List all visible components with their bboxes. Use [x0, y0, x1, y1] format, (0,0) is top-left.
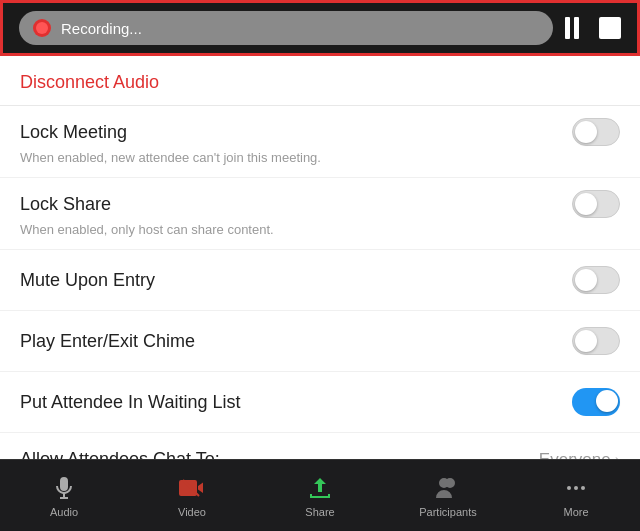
participants-icon [434, 474, 462, 502]
tab-participants[interactable]: Participants [384, 474, 512, 518]
chevron-right-icon: › [615, 451, 620, 460]
tab-video[interactable]: Video [128, 474, 256, 518]
play-chime-toggle[interactable] [572, 327, 620, 355]
stop-button[interactable] [599, 17, 621, 39]
lock-share-label: Lock Share [20, 194, 111, 215]
recording-controls [565, 17, 621, 39]
recording-label: Recording... [61, 20, 142, 37]
tab-participants-label: Participants [419, 506, 476, 518]
waiting-list-toggle[interactable] [572, 388, 620, 416]
tab-video-label: Video [178, 506, 206, 518]
more-icon [562, 474, 590, 502]
tab-bar: Audio Video Share Participants [0, 459, 640, 531]
tab-more-label: More [563, 506, 588, 518]
recording-bar: Recording... [0, 0, 640, 56]
tab-more[interactable]: More [512, 474, 640, 518]
svg-point-3 [581, 486, 585, 490]
lock-meeting-desc: When enabled, new attendee can't join th… [20, 150, 620, 165]
play-chime-label: Play Enter/Exit Chime [20, 331, 195, 352]
disconnect-audio-section[interactable]: Disconnect Audio [0, 56, 640, 106]
waiting-list-label: Put Attendee In Waiting List [20, 392, 240, 413]
tab-share[interactable]: Share [256, 474, 384, 518]
mute-upon-entry-toggle[interactable] [572, 266, 620, 294]
tab-share-label: Share [305, 506, 334, 518]
chat-to-item[interactable]: Allow Attendees Chat To: Everyone › [0, 433, 640, 459]
play-chime-item: Play Enter/Exit Chime [0, 311, 640, 372]
lock-meeting-item: Lock Meeting When enabled, new attendee … [0, 106, 640, 178]
lock-share-desc: When enabled, only host can share conten… [20, 222, 620, 237]
recording-dot-icon [33, 19, 51, 37]
video-icon [178, 474, 206, 502]
chat-to-value-text: Everyone [539, 450, 611, 460]
svg-point-1 [567, 486, 571, 490]
disconnect-audio-label[interactable]: Disconnect Audio [20, 72, 159, 92]
lock-meeting-label: Lock Meeting [20, 122, 127, 143]
pause-button[interactable] [565, 17, 579, 39]
mute-upon-entry-label: Mute Upon Entry [20, 270, 155, 291]
chat-to-value[interactable]: Everyone › [539, 450, 620, 460]
waiting-list-item: Put Attendee In Waiting List [0, 372, 640, 433]
lock-share-item: Lock Share When enabled, only host can s… [0, 178, 640, 250]
tab-audio-label: Audio [50, 506, 78, 518]
lock-share-toggle[interactable] [572, 190, 620, 218]
audio-icon [50, 474, 78, 502]
tab-audio[interactable]: Audio [0, 474, 128, 518]
lock-meeting-toggle[interactable] [572, 118, 620, 146]
main-panel: Disconnect Audio Lock Meeting When enabl… [0, 56, 640, 459]
recording-pill: Recording... [19, 11, 553, 45]
settings-list: Lock Meeting When enabled, new attendee … [0, 106, 640, 459]
mute-upon-entry-item: Mute Upon Entry [0, 250, 640, 311]
chat-to-label: Allow Attendees Chat To: [20, 449, 220, 459]
share-icon [306, 474, 334, 502]
svg-point-2 [574, 486, 578, 490]
